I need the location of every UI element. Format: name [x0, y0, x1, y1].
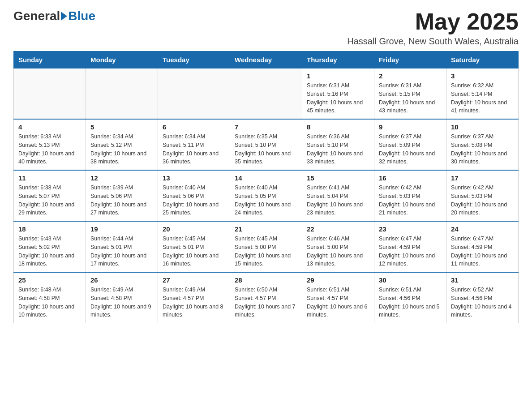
- calendar-cell: 25Sunrise: 6:48 AM Sunset: 4:58 PM Dayli…: [14, 272, 86, 323]
- day-info: Sunrise: 6:36 AM Sunset: 5:10 PM Dayligh…: [307, 133, 369, 166]
- day-number: 11: [18, 174, 81, 182]
- day-number: 13: [163, 174, 225, 182]
- day-info: Sunrise: 6:44 AM Sunset: 5:01 PM Dayligh…: [90, 235, 153, 268]
- day-number: 7: [235, 123, 297, 131]
- day-number: 23: [379, 225, 442, 233]
- calendar-cell: 16Sunrise: 6:42 AM Sunset: 5:03 PM Dayli…: [374, 170, 446, 221]
- calendar-cell: 14Sunrise: 6:40 AM Sunset: 5:05 PM Dayli…: [230, 170, 302, 221]
- calendar-header-row: SundayMondayTuesdayWednesdayThursdayFrid…: [14, 51, 519, 68]
- calendar-table: SundayMondayTuesdayWednesdayThursdayFrid…: [13, 51, 519, 323]
- calendar-cell: 30Sunrise: 6:51 AM Sunset: 4:56 PM Dayli…: [374, 272, 446, 323]
- day-number: 25: [18, 276, 81, 284]
- calendar-header-friday: Friday: [374, 51, 446, 68]
- logo: General Blue: [13, 9, 95, 23]
- calendar-cell: 7Sunrise: 6:35 AM Sunset: 5:10 PM Daylig…: [230, 119, 302, 170]
- day-info: Sunrise: 6:43 AM Sunset: 5:02 PM Dayligh…: [18, 235, 81, 268]
- day-number: 30: [379, 276, 442, 284]
- day-number: 12: [90, 174, 153, 182]
- day-info: Sunrise: 6:45 AM Sunset: 5:00 PM Dayligh…: [235, 235, 297, 268]
- day-number: 20: [163, 225, 225, 233]
- day-info: Sunrise: 6:31 AM Sunset: 5:15 PM Dayligh…: [379, 81, 442, 115]
- calendar-cell: 10Sunrise: 6:37 AM Sunset: 5:08 PM Dayli…: [446, 119, 519, 170]
- calendar-week-row: 25Sunrise: 6:48 AM Sunset: 4:58 PM Dayli…: [14, 272, 519, 323]
- calendar-cell: 2Sunrise: 6:31 AM Sunset: 5:15 PM Daylig…: [374, 68, 446, 120]
- day-info: Sunrise: 6:37 AM Sunset: 5:09 PM Dayligh…: [379, 133, 442, 166]
- day-info: Sunrise: 6:49 AM Sunset: 4:58 PM Dayligh…: [90, 286, 153, 319]
- title-area: May 2025 Hassall Grove, New South Wales,…: [347, 9, 519, 47]
- logo-triangle-icon: [61, 12, 67, 21]
- calendar-cell: 29Sunrise: 6:51 AM Sunset: 4:57 PM Dayli…: [302, 272, 374, 323]
- calendar-cell: 19Sunrise: 6:44 AM Sunset: 5:01 PM Dayli…: [86, 221, 158, 272]
- calendar-cell: 1Sunrise: 6:31 AM Sunset: 5:16 PM Daylig…: [302, 68, 374, 120]
- day-info: Sunrise: 6:34 AM Sunset: 5:12 PM Dayligh…: [90, 133, 153, 166]
- calendar-cell: [158, 68, 230, 120]
- calendar-header-saturday: Saturday: [446, 51, 519, 68]
- month-title: May 2025: [347, 9, 519, 34]
- day-number: 14: [235, 174, 297, 182]
- calendar-cell: 15Sunrise: 6:41 AM Sunset: 5:04 PM Dayli…: [302, 170, 374, 221]
- day-info: Sunrise: 6:40 AM Sunset: 5:05 PM Dayligh…: [235, 184, 297, 217]
- calendar-cell: 13Sunrise: 6:40 AM Sunset: 5:06 PM Dayli…: [158, 170, 230, 221]
- day-info: Sunrise: 6:39 AM Sunset: 5:06 PM Dayligh…: [90, 184, 153, 217]
- day-info: Sunrise: 6:40 AM Sunset: 5:06 PM Dayligh…: [163, 184, 225, 217]
- calendar-cell: 28Sunrise: 6:50 AM Sunset: 4:57 PM Dayli…: [230, 272, 302, 323]
- day-info: Sunrise: 6:32 AM Sunset: 5:14 PM Dayligh…: [451, 81, 514, 115]
- calendar-cell: 8Sunrise: 6:36 AM Sunset: 5:10 PM Daylig…: [302, 119, 374, 170]
- day-info: Sunrise: 6:45 AM Sunset: 5:01 PM Dayligh…: [163, 235, 225, 268]
- location-title: Hassall Grove, New South Wales, Australi…: [347, 36, 519, 47]
- logo-blue-text: Blue: [68, 9, 95, 23]
- calendar-cell: 21Sunrise: 6:45 AM Sunset: 5:00 PM Dayli…: [230, 221, 302, 272]
- calendar-week-row: 4Sunrise: 6:33 AM Sunset: 5:13 PM Daylig…: [14, 119, 519, 170]
- calendar-cell: [230, 68, 302, 120]
- day-number: 21: [235, 225, 297, 233]
- calendar-header-wednesday: Wednesday: [230, 51, 302, 68]
- day-info: Sunrise: 6:37 AM Sunset: 5:08 PM Dayligh…: [451, 133, 514, 166]
- day-info: Sunrise: 6:35 AM Sunset: 5:10 PM Dayligh…: [235, 133, 297, 166]
- day-number: 4: [18, 123, 81, 131]
- day-number: 27: [163, 276, 225, 284]
- day-number: 28: [235, 276, 297, 284]
- calendar-header-tuesday: Tuesday: [158, 51, 230, 68]
- day-number: 29: [307, 276, 369, 284]
- logo-general-text: General: [13, 9, 60, 23]
- day-number: 8: [307, 123, 369, 131]
- calendar-header-monday: Monday: [86, 51, 158, 68]
- day-number: 19: [90, 225, 153, 233]
- day-number: 2: [379, 72, 442, 80]
- day-info: Sunrise: 6:42 AM Sunset: 5:03 PM Dayligh…: [451, 184, 514, 217]
- day-info: Sunrise: 6:50 AM Sunset: 4:57 PM Dayligh…: [235, 286, 297, 319]
- day-number: 26: [90, 276, 153, 284]
- day-number: 9: [379, 123, 442, 131]
- calendar-cell: [14, 68, 86, 120]
- day-info: Sunrise: 6:49 AM Sunset: 4:57 PM Dayligh…: [163, 286, 225, 319]
- day-number: 16: [379, 174, 442, 182]
- day-info: Sunrise: 6:47 AM Sunset: 4:59 PM Dayligh…: [379, 235, 442, 268]
- calendar-header-thursday: Thursday: [302, 51, 374, 68]
- calendar-cell: 20Sunrise: 6:45 AM Sunset: 5:01 PM Dayli…: [158, 221, 230, 272]
- calendar-week-row: 11Sunrise: 6:38 AM Sunset: 5:07 PM Dayli…: [14, 170, 519, 221]
- calendar-cell: 11Sunrise: 6:38 AM Sunset: 5:07 PM Dayli…: [14, 170, 86, 221]
- day-info: Sunrise: 6:52 AM Sunset: 4:56 PM Dayligh…: [451, 286, 514, 319]
- page-header: General Blue May 2025 Hassall Grove, New…: [13, 9, 519, 47]
- day-info: Sunrise: 6:33 AM Sunset: 5:13 PM Dayligh…: [18, 133, 81, 166]
- day-number: 1: [307, 72, 369, 80]
- calendar-cell: 31Sunrise: 6:52 AM Sunset: 4:56 PM Dayli…: [446, 272, 519, 323]
- calendar-cell: 18Sunrise: 6:43 AM Sunset: 5:02 PM Dayli…: [14, 221, 86, 272]
- calendar-cell: 4Sunrise: 6:33 AM Sunset: 5:13 PM Daylig…: [14, 119, 86, 170]
- day-info: Sunrise: 6:51 AM Sunset: 4:56 PM Dayligh…: [379, 286, 442, 319]
- calendar-cell: 17Sunrise: 6:42 AM Sunset: 5:03 PM Dayli…: [446, 170, 519, 221]
- day-info: Sunrise: 6:42 AM Sunset: 5:03 PM Dayligh…: [379, 184, 442, 217]
- day-number: 10: [451, 123, 514, 131]
- calendar-cell: 27Sunrise: 6:49 AM Sunset: 4:57 PM Dayli…: [158, 272, 230, 323]
- day-number: 6: [163, 123, 225, 131]
- day-info: Sunrise: 6:51 AM Sunset: 4:57 PM Dayligh…: [307, 286, 369, 319]
- calendar-cell: 26Sunrise: 6:49 AM Sunset: 4:58 PM Dayli…: [86, 272, 158, 323]
- day-info: Sunrise: 6:38 AM Sunset: 5:07 PM Dayligh…: [18, 184, 81, 217]
- day-number: 24: [451, 225, 514, 233]
- day-info: Sunrise: 6:31 AM Sunset: 5:16 PM Dayligh…: [307, 81, 369, 115]
- calendar-cell: 6Sunrise: 6:34 AM Sunset: 5:11 PM Daylig…: [158, 119, 230, 170]
- day-number: 17: [451, 174, 514, 182]
- day-number: 15: [307, 174, 369, 182]
- day-info: Sunrise: 6:48 AM Sunset: 4:58 PM Dayligh…: [18, 286, 81, 319]
- logo-area: General Blue: [13, 9, 95, 23]
